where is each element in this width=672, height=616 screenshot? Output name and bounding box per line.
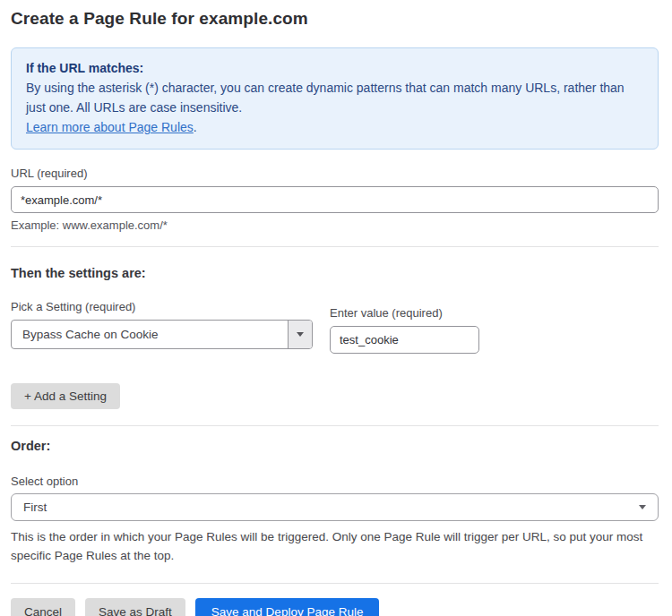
order-select-value: First: [23, 500, 47, 514]
order-select[interactable]: First: [11, 493, 659, 521]
info-box-heading: If the URL matches:: [26, 58, 643, 78]
select-option-label: Select option: [11, 475, 659, 488]
chevron-down-icon: [639, 505, 646, 509]
footer-actions: Cancel Save as Draft Save and Deploy Pag…: [11, 584, 659, 616]
cancel-button[interactable]: Cancel: [11, 598, 75, 616]
link-suffix: .: [194, 120, 197, 134]
url-example-hint: Example: www.example.com/*: [11, 218, 659, 232]
url-label: URL (required): [11, 167, 659, 180]
setting-select-arrow-button[interactable]: [288, 321, 312, 348]
info-box-link-line: Learn more about Page Rules.: [26, 117, 643, 137]
url-input[interactable]: [11, 186, 659, 213]
page-title: Create a Page Rule for example.com: [11, 9, 659, 29]
save-as-draft-button[interactable]: Save as Draft: [85, 598, 185, 616]
enter-value-label: Enter value (required): [330, 306, 479, 320]
info-box-body: By using the asterisk (*) character, you…: [26, 78, 643, 117]
pick-setting-label: Pick a Setting (required): [11, 300, 313, 313]
divider: [11, 246, 659, 247]
save-and-deploy-button[interactable]: Save and Deploy Page Rule: [195, 598, 380, 616]
order-hint: This is the order in which your Page Rul…: [11, 527, 659, 565]
pick-setting-group: Pick a Setting (required) Bypass Cache o…: [11, 300, 313, 354]
url-field-group: URL (required) Example: www.example.com/…: [11, 167, 659, 232]
enter-value-group: Enter value (required): [330, 306, 479, 354]
divider: [11, 425, 659, 426]
learn-more-link[interactable]: Learn more about Page Rules: [26, 120, 194, 134]
setting-value-input[interactable]: [330, 326, 479, 354]
order-section-heading: Order:: [11, 439, 659, 453]
setting-row: Pick a Setting (required) Bypass Cache o…: [11, 300, 659, 354]
setting-select-value: Bypass Cache on Cookie: [12, 321, 288, 348]
create-page-rule-form: Create a Page Rule for example.com If th…: [0, 0, 672, 616]
settings-section-heading: Then the settings are:: [11, 266, 659, 280]
setting-select[interactable]: Bypass Cache on Cookie: [11, 320, 313, 349]
url-match-info-box: If the URL matches: By using the asteris…: [11, 47, 659, 150]
chevron-down-icon: [297, 332, 304, 337]
add-setting-button[interactable]: + Add a Setting: [11, 383, 120, 409]
